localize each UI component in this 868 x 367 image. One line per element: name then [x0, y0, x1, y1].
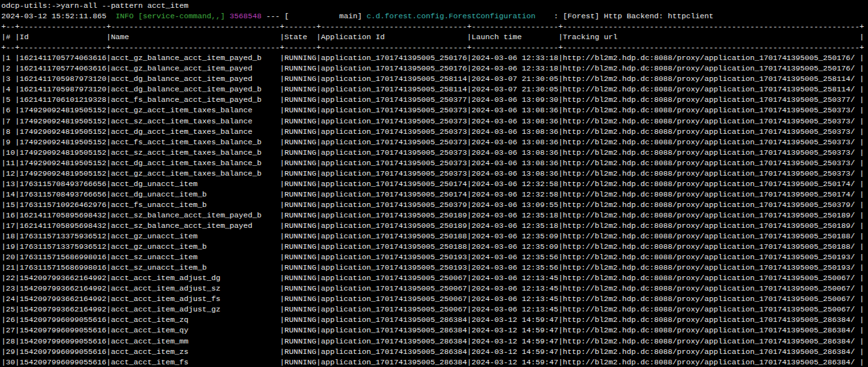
table-row: |14|1763115708493766656|acct_dg_unacct_i…: [1, 189, 868, 200]
table-border-top: +--+-------------------+----------------…: [1, 22, 868, 32]
table-row: |1 |1621411705774063616|acct_gz_balance_…: [1, 53, 868, 63]
table-row: |16|1621411705895698432|acct_sz_balance_…: [1, 210, 868, 221]
table-row: |12|1749290924819505152|acct_gz_acct_ite…: [1, 168, 868, 179]
log-timestamp: 2024-03-12 15:52:11.865: [1, 12, 116, 21]
table-row: |24|1542097993662164992|acct_acct_item_a…: [1, 294, 868, 304]
log-context: [service-command,,]: [138, 12, 225, 21]
command-line: odcp-utils:->yarn-all --pattern acct_ite…: [1, 1, 868, 11]
table-row: |25|1542097993662164992|acct_acct_item_a…: [1, 304, 868, 315]
log-message: : [Forest] Http Backend: httpclient: [535, 12, 713, 21]
table-row: |30|1542097996099055616|acct_acct_item_f…: [1, 357, 868, 367]
yarn-applications-table: +--+-------------------+----------------…: [1, 22, 868, 367]
table-row: |27|1542097996099055616|acct_acct_item_q…: [1, 325, 868, 336]
table-row: |21|1763115715686998016|acct_sz_unacct_i…: [1, 263, 868, 273]
table-row: |4 |1621411705987973120|acct_dg_balance_…: [1, 84, 868, 95]
log-gap-1: [134, 12, 138, 21]
table-row: |22|1542097993662164992|acct_acct_item_a…: [1, 273, 868, 283]
table-row: |18|1763115713375936512|acct_gz_unacct_i…: [1, 231, 868, 242]
table-row: |20|1763115715686998016|acct_sz_unacct_i…: [1, 252, 868, 263]
table-row: |9 |1749290924819505152|acct_fs_acct_ite…: [1, 137, 868, 148]
table-row: |3 |1621411705987973120|acct_dg_balance_…: [1, 74, 868, 84]
table-row: |28|1542097996099055616|acct_acct_item_m…: [1, 336, 868, 347]
log-logger: c.d.forest.config.ForestConfiguration: [367, 12, 536, 21]
table-row: |19|1763115713375936512|acct_gz_unacct_i…: [1, 242, 868, 252]
command-text: odcp-utils:->yarn-all --pattern acct_ite…: [1, 1, 189, 10]
log-thread: --- [ main]: [262, 12, 367, 21]
table-row: |7 |1749290924819505152|acct_sz_acct_ite…: [1, 116, 868, 127]
table-row: |15|1763115710926462976|acct_fs_unacct_i…: [1, 200, 868, 210]
table-row: |6 |1749290924819505152|acct_gz_acct_ite…: [1, 105, 868, 116]
terminal-window[interactable]: odcp-utils:->yarn-all --pattern acct_ite…: [0, 0, 868, 367]
table-row: |29|1542097996099055616|acct_acct_item_z…: [1, 347, 868, 357]
log-line: 2024-03-12 15:52:11.865 INFO [service-co…: [1, 11, 868, 22]
table-row: |23|1542097993662164992|acct_acct_item_a…: [1, 283, 868, 294]
table-row: |8 |1749290924819505152|acct_dg_acct_ite…: [1, 127, 868, 137]
log-level: INFO: [116, 12, 134, 21]
table-row: |2 |1621411705774063616|acct_gz_balance_…: [1, 63, 868, 74]
table-row: |11|1749290924819505152|acct_dg_acct_ite…: [1, 158, 868, 168]
table-row: |13|1763115708493766656|acct_dg_unacct_i…: [1, 179, 868, 189]
log-gap-2: [225, 12, 230, 21]
table-header-row: |# |Id |Name |State |Application Id |Lau…: [1, 32, 868, 42]
table-border-header: +--+-------------------+----------------…: [1, 42, 868, 53]
table-row: |17|1621411705895698432|acct_sz_balance_…: [1, 221, 868, 231]
table-row: |5 |1621411706101219328|acct_fs_balance_…: [1, 95, 868, 105]
table-row: |26|1542097996099055616|acct_acct_item_z…: [1, 315, 868, 325]
log-pid: 3568548: [230, 12, 262, 21]
table-row: |10|1749290924819505152|acct_sz_acct_ite…: [1, 148, 868, 158]
